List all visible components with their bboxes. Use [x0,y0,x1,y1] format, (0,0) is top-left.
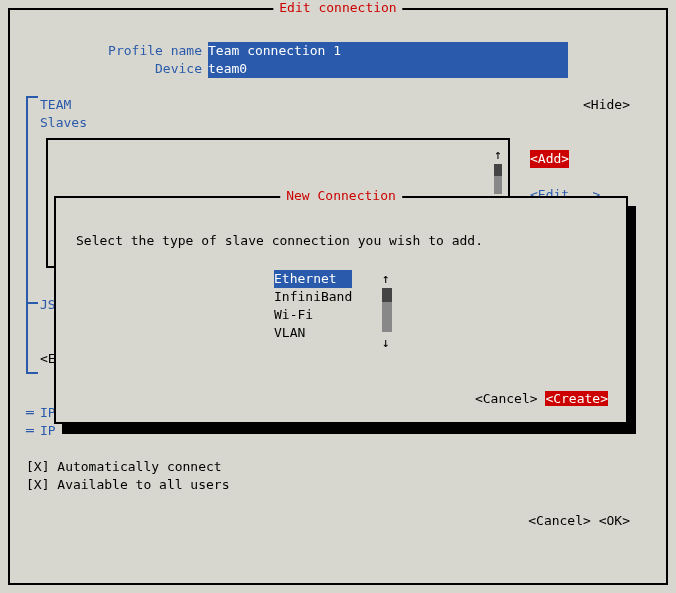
checkbox-mark: [X] [26,477,49,492]
team-section-label: TEAM [40,96,71,114]
footer-buttons: <Cancel> <OK> [528,512,630,530]
checkbox-label: Available to all users [49,477,229,492]
tree-eq-icon: ═ [26,404,34,422]
add-button[interactable]: <Add> [530,150,569,168]
type-option-ethernet[interactable]: Ethernet [274,270,352,288]
cancel-button[interactable]: <Cancel> [528,513,591,528]
new-connection-dialog: New Connection Select the type of slave … [54,196,628,424]
profile-name-row: Profile name Team connection 1 [80,42,568,60]
type-option-infiniband[interactable]: InfiniBand [274,288,352,306]
scrollbar-thumb[interactable] [494,164,502,176]
tree-branch [26,96,38,98]
profile-name-input[interactable]: Team connection 1 [208,42,568,60]
scrollbar-thumb[interactable] [382,288,392,302]
checkbox-label: Automatically connect [49,459,221,474]
connection-type-list[interactable]: Ethernet InfiniBand Wi-Fi VLAN [274,270,352,342]
tree-branch [26,302,38,304]
available-all-users-checkbox[interactable]: [X] Available to all users [26,476,230,494]
slaves-label: Slaves [40,114,87,132]
type-option-vlan[interactable]: VLAN [274,324,352,342]
panel-title: Edit connection [273,0,402,17]
scroll-up-icon[interactable]: ↑ [494,146,502,164]
dialog-create-button[interactable]: <Create> [545,391,608,406]
dialog-footer: <Cancel> <Create> [475,390,608,408]
ipv6-label: IP [40,422,56,440]
device-label: Device [80,60,208,78]
tree-branch [26,372,38,374]
scroll-up-icon[interactable]: ↑ [382,270,390,288]
device-input[interactable]: team0 [208,60,568,78]
auto-connect-checkbox[interactable]: [X] Automatically connect [26,458,222,476]
dialog-title: New Connection [280,187,402,205]
checkbox-mark: [X] [26,459,49,474]
profile-name-label: Profile name [80,42,208,60]
ok-button[interactable]: <OK> [599,513,630,528]
dialog-cancel-button[interactable]: <Cancel> [475,391,538,406]
tree-line [26,96,28,374]
scroll-down-icon[interactable]: ↓ [382,334,390,352]
hide-button[interactable]: <Hide> [583,96,630,114]
type-option-wifi[interactable]: Wi-Fi [274,306,352,324]
tree-eq-icon: ═ [26,422,34,440]
dialog-prompt: Select the type of slave connection you … [76,232,483,250]
device-row: Device team0 [80,60,568,78]
